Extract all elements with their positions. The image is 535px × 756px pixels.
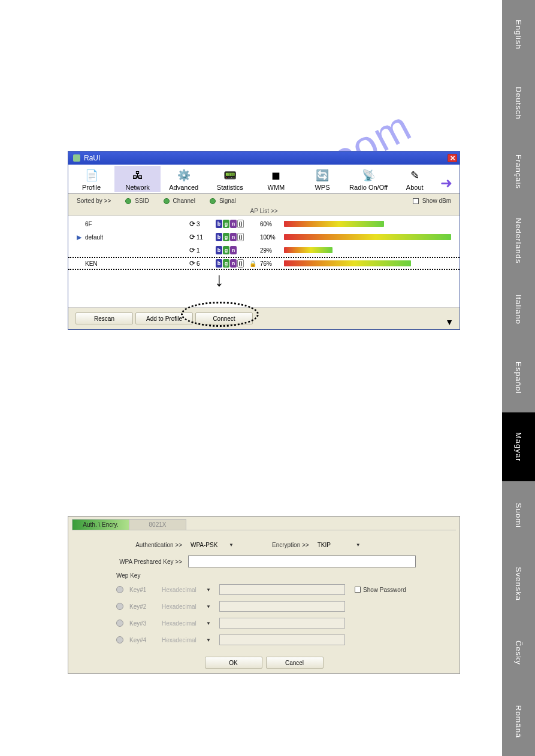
sort-signal[interactable]: Signal bbox=[210, 198, 236, 204]
auth-panel: Auth. \ Encry. 8021X Authentication >> W… bbox=[68, 516, 460, 674]
wep-key2-format[interactable]: Hexadecimal▼ bbox=[159, 603, 213, 610]
wep-key1-format[interactable]: Hexadecimal▼ bbox=[159, 587, 213, 593]
signal-pct: 29% bbox=[260, 247, 282, 254]
connect-button[interactable]: Connect bbox=[195, 312, 253, 324]
ap-row[interactable]: 6F ⟳3 bgn() 60% bbox=[68, 217, 460, 230]
wep-key1-label: Key#1 bbox=[129, 587, 153, 593]
wep-key1-input[interactable] bbox=[219, 584, 345, 595]
wep-key3-format[interactable]: Hexadecimal▼ bbox=[159, 620, 213, 627]
mode-g-icon: g bbox=[223, 233, 229, 241]
ap-name: 6F bbox=[85, 221, 187, 227]
wps-icon: 🔄 bbox=[315, 168, 330, 183]
mode-b-icon: b bbox=[216, 259, 222, 268]
auth-select[interactable]: WPA-PSK▼ bbox=[188, 540, 236, 549]
tb-advanced[interactable]: ⚙️ Advanced bbox=[161, 166, 207, 192]
wep-key2-label: Key#2 bbox=[129, 603, 153, 610]
channel-icon: ⟳ bbox=[189, 246, 195, 254]
mode-b-icon: b bbox=[216, 220, 222, 228]
radio-icon bbox=[164, 198, 170, 204]
sort-label: Sorted by >> bbox=[77, 198, 111, 204]
lang-cesky[interactable]: Česky bbox=[502, 618, 535, 687]
lang-suomi[interactable]: Suomi bbox=[502, 481, 535, 550]
window-title: RaUI bbox=[84, 154, 100, 162]
sort-ssid[interactable]: SSID bbox=[125, 198, 149, 204]
channel-icon: ⟳ bbox=[189, 233, 195, 241]
wmm-icon: ◼ bbox=[268, 168, 284, 183]
ap-list-label: AP List >> bbox=[68, 208, 460, 215]
tb-wmm[interactable]: ◼ WMM bbox=[253, 166, 299, 192]
ap-row[interactable]: ▶ default ⟳11 bgn() 100% bbox=[68, 230, 460, 244]
lang-deutsch[interactable]: Deutsch bbox=[502, 69, 535, 138]
wep-key3-radio[interactable] bbox=[116, 620, 123, 627]
lang-italiano[interactable]: Italiano bbox=[502, 275, 535, 344]
tab-auth-encry[interactable]: Auth. \ Encry. bbox=[72, 519, 129, 530]
chevron-down-icon: ▼ bbox=[206, 587, 211, 593]
lang-francais[interactable]: Français bbox=[502, 138, 535, 207]
chevron-down-icon: ▼ bbox=[206, 604, 211, 609]
wep-key4-input[interactable] bbox=[219, 634, 345, 645]
sel-indicator: ▶ bbox=[77, 233, 83, 241]
mode-n-icon: n bbox=[230, 233, 237, 241]
mode-n-icon: n bbox=[230, 220, 237, 228]
sort-channel[interactable]: Channel bbox=[164, 198, 195, 204]
chevron-down-icon: ▼ bbox=[206, 637, 211, 643]
mode-b-icon: b bbox=[216, 233, 222, 241]
signal-bar bbox=[284, 234, 451, 240]
add-profile-button[interactable]: Add to Profile bbox=[135, 312, 193, 324]
raui-window: RaUI ✕ 📄 Profile 🖧 Network ⚙️ Advanced 📟… bbox=[68, 151, 460, 330]
ok-button[interactable]: OK bbox=[205, 657, 262, 669]
signal-bar bbox=[284, 247, 451, 253]
about-icon: ✎ bbox=[407, 168, 422, 183]
statistics-icon: 📟 bbox=[222, 168, 238, 183]
wep-key3-input[interactable] bbox=[219, 618, 345, 629]
signal-pct: 76% bbox=[260, 260, 282, 267]
tb-profile[interactable]: 📄 Profile bbox=[68, 166, 114, 192]
cancel-button[interactable]: Cancel bbox=[266, 657, 324, 669]
wep-key4-format[interactable]: Hexadecimal▼ bbox=[159, 637, 213, 643]
channel-icon: ⟳ bbox=[189, 220, 195, 228]
show-password-checkbox[interactable]: Show Password bbox=[355, 587, 406, 593]
close-icon[interactable]: ✕ bbox=[448, 154, 457, 162]
signal-bar bbox=[284, 260, 451, 266]
lang-nederlands[interactable]: Nederlands bbox=[502, 206, 535, 275]
signal-bar bbox=[284, 221, 451, 227]
wep-key2-input[interactable] bbox=[219, 601, 345, 612]
ap-name: KEN bbox=[85, 260, 187, 267]
rescan-button[interactable]: Rescan bbox=[75, 312, 133, 324]
wep-key3-label: Key#3 bbox=[129, 620, 153, 627]
wep-key4-radio[interactable] bbox=[116, 636, 123, 643]
lang-svenska[interactable]: Svenska bbox=[502, 550, 535, 619]
ap-row[interactable]: ⟳1 bgn 29% bbox=[68, 244, 460, 257]
psk-input[interactable] bbox=[188, 555, 416, 567]
mode-sec-icon: () bbox=[237, 220, 244, 228]
tb-network[interactable]: 🖧 Network bbox=[114, 166, 161, 192]
mode-n-icon: n bbox=[230, 259, 237, 268]
wep-key1-radio[interactable] bbox=[116, 586, 123, 593]
lang-espanol[interactable]: Espaňol bbox=[502, 344, 535, 412]
mode-g-icon: g bbox=[223, 246, 229, 254]
chevron-down-icon: ▼ bbox=[206, 621, 211, 626]
show-dbm-checkbox[interactable]: Show dBm bbox=[413, 198, 451, 204]
down-arrow-icon: ↓ bbox=[214, 269, 224, 291]
lang-romana[interactable]: Română bbox=[502, 687, 535, 756]
auth-label: Authentication >> bbox=[110, 542, 182, 548]
wep-key2-radio[interactable] bbox=[116, 603, 123, 610]
chevron-down-icon[interactable]: ▼ bbox=[445, 317, 454, 327]
next-arrow-icon[interactable]: ➜ bbox=[438, 174, 455, 192]
tb-radio[interactable]: 📡 Radio On/Off bbox=[346, 166, 392, 192]
lang-magyar[interactable]: Magyar bbox=[502, 412, 535, 481]
tb-wps[interactable]: 🔄 WPS bbox=[299, 166, 345, 192]
tab-8021x[interactable]: 8021X bbox=[129, 519, 186, 530]
channel-icon: ⟳ bbox=[189, 259, 195, 268]
checkbox-icon bbox=[355, 587, 361, 593]
enc-label: Encryption >> bbox=[272, 542, 309, 548]
titlebar: RaUI ✕ bbox=[68, 151, 460, 165]
tb-about[interactable]: ✎ About bbox=[392, 166, 438, 192]
signal-pct: 60% bbox=[260, 221, 282, 227]
lang-english[interactable]: English bbox=[502, 0, 535, 69]
signal-pct: 100% bbox=[260, 234, 282, 241]
mode-g-icon: g bbox=[223, 259, 229, 268]
tb-statistics[interactable]: 📟 Statistics bbox=[207, 166, 253, 192]
ap-row-ken[interactable]: KEN ⟳6 bgn() 🔒 76% bbox=[68, 257, 460, 270]
enc-select[interactable]: TKIP▼ bbox=[315, 540, 363, 549]
